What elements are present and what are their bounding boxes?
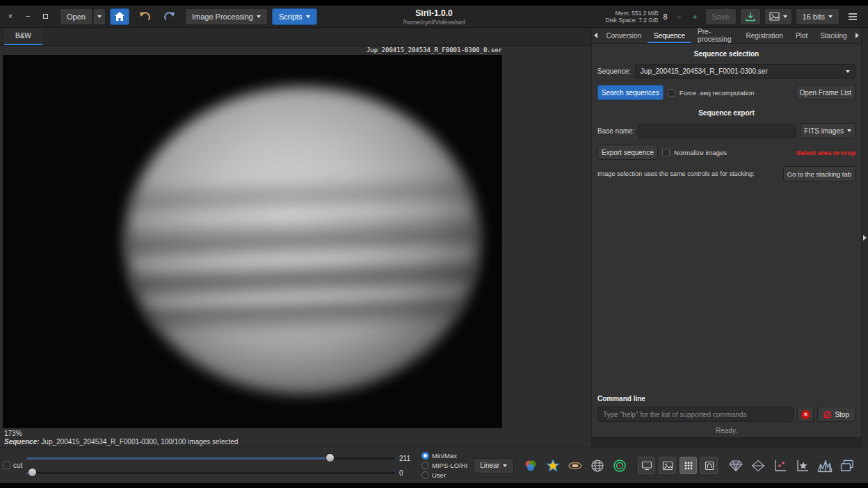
window-restore-button[interactable] (40, 12, 50, 22)
decrease-button[interactable]: − (673, 10, 685, 24)
histogram-button[interactable] (817, 457, 833, 474)
working-directory: /home/cyril/Vidéos/siril (403, 19, 465, 26)
tab-bw[interactable]: B&W (4, 28, 42, 45)
window-minimize-button[interactable]: − (23, 12, 33, 22)
histogram-icon (817, 459, 833, 473)
slider-track[interactable] (26, 472, 395, 474)
radio-dot-icon (421, 462, 429, 469)
radio-mips[interactable]: MIPS-LO/HI (421, 461, 467, 470)
command-input[interactable] (597, 407, 794, 422)
home-button[interactable] (110, 8, 129, 25)
low-slider-thumb[interactable] (28, 468, 37, 477)
snapshot-menu-button[interactable] (764, 8, 792, 25)
goto-stacking-tab-button[interactable]: Go to the stacking tab (783, 166, 855, 181)
force-seq-recomputation-checkbox[interactable] (668, 89, 675, 97)
bit-depth-button[interactable]: 16 bits (796, 8, 839, 25)
display-mode-button[interactable]: Linear (473, 458, 514, 473)
panel-collapse-handle[interactable] (861, 28, 868, 447)
jupiter-bands (125, 87, 480, 394)
image-preview-button[interactable] (659, 457, 676, 474)
stop-icon (823, 411, 831, 418)
chevron-down-icon (306, 15, 310, 18)
bottom-toolbar: cut 211 0 Min/Max MI (0, 447, 868, 483)
level-sliders: 211 0 (26, 453, 413, 478)
clear-console-button[interactable]: × (797, 407, 814, 422)
chevron-down-icon (846, 70, 850, 73)
stop-label: Stop (835, 411, 849, 418)
open-button[interactable]: Open (60, 8, 93, 25)
single-view-button[interactable] (700, 457, 718, 474)
export-format-label: FITS images (804, 127, 844, 135)
stop-button[interactable]: Stop (817, 407, 855, 422)
tab-conversion[interactable]: Conversion (600, 28, 648, 43)
galaxy-button[interactable] (567, 457, 584, 474)
window-controls: × − (6, 12, 50, 22)
sequence-select[interactable]: Jup_200415_204534_R_F0001-0300.ser (635, 64, 855, 79)
export-sequence-button[interactable]: Export sequence (597, 145, 658, 160)
control-panel: Conversion Sequence Pre-processing Regis… (591, 28, 861, 447)
normalize-images-checkbox[interactable] (662, 149, 670, 156)
open-frame-list-button[interactable]: Open Frame List (796, 85, 855, 100)
tabs-scroll-left-button[interactable] (592, 28, 600, 43)
tab-stacking[interactable]: Stacking (814, 28, 853, 43)
cut-mode-radios: Min/Max MIPS-LO/HI User (421, 451, 467, 480)
photo-icon (662, 461, 673, 471)
menu-button[interactable] (843, 8, 862, 25)
low-level-slider[interactable] (26, 468, 395, 478)
open-recent-button[interactable] (93, 8, 106, 25)
base-name-input[interactable] (638, 124, 796, 138)
high-level-slider[interactable] (26, 453, 395, 463)
save-as-button[interactable] (740, 8, 761, 25)
plot-axes-button[interactable] (772, 457, 789, 474)
radio-user-label: User (432, 471, 446, 479)
arrow-left-icon (594, 33, 597, 38)
layers-icon (840, 459, 854, 472)
star-detection-button[interactable] (545, 457, 561, 474)
cut-label: cut (13, 462, 22, 469)
normalize-images-label: Normalize images (674, 149, 727, 156)
sequence-status: Sequence: Jup_200415_204534_R_F0001-0300… (4, 438, 587, 446)
hamburger-icon (848, 13, 858, 21)
save-button[interactable]: Save (705, 8, 737, 25)
cut-control: cut (3, 462, 26, 469)
rgb-channels-button[interactable] (522, 457, 539, 474)
scripts-label: Scripts (279, 13, 303, 21)
tab-sequence[interactable]: Sequence (648, 28, 691, 43)
undo-button[interactable] (134, 8, 155, 25)
tab-plot[interactable]: Plot (789, 28, 814, 43)
gem-button[interactable] (728, 457, 744, 474)
photometry-button[interactable] (611, 457, 628, 474)
cut-checkbox[interactable] (3, 462, 10, 469)
app-title: Siril-1.0.0 (403, 8, 465, 18)
monitor-icon (641, 461, 652, 471)
redo-button[interactable] (159, 8, 181, 25)
chevron-down-icon (828, 15, 833, 18)
tabs-scroll-right-button[interactable] (853, 28, 861, 43)
high-slider-thumb[interactable] (326, 453, 335, 462)
radio-user[interactable]: User (421, 471, 467, 480)
export-format-button[interactable]: FITS images (800, 123, 855, 138)
annotations-globe-button[interactable] (589, 457, 606, 474)
diamond-button[interactable] (750, 457, 766, 474)
plot-star-button[interactable] (794, 457, 811, 474)
panel-spacer (597, 188, 855, 392)
chevron-down-icon (257, 15, 261, 18)
layers-button[interactable] (839, 457, 855, 474)
preview-button[interactable] (638, 457, 655, 474)
search-sequences-button[interactable]: Search sequences (597, 85, 664, 100)
undo-icon (138, 11, 150, 22)
increase-button[interactable]: + (689, 10, 701, 24)
image-processing-button[interactable]: Image Processing (185, 8, 268, 25)
display-mode-label: Linear (480, 462, 499, 469)
tab-pre-processing[interactable]: Pre-processing (691, 28, 739, 43)
radio-minmax[interactable]: Min/Max (421, 451, 467, 460)
image-filename: Jup_200415_204534_R_F0001-0300_0.ser (3, 47, 502, 54)
scripts-button[interactable]: Scripts (272, 8, 317, 25)
grid-view-button[interactable] (680, 457, 697, 474)
memory-usage: Mem: 551.2 MiB (605, 10, 658, 17)
window-close-button[interactable]: × (6, 12, 15, 22)
image-canvas[interactable] (3, 55, 502, 428)
command-line-title: Command line (597, 395, 855, 402)
high-level-value: 211 (395, 455, 413, 462)
tab-registration[interactable]: Registration (740, 28, 789, 43)
